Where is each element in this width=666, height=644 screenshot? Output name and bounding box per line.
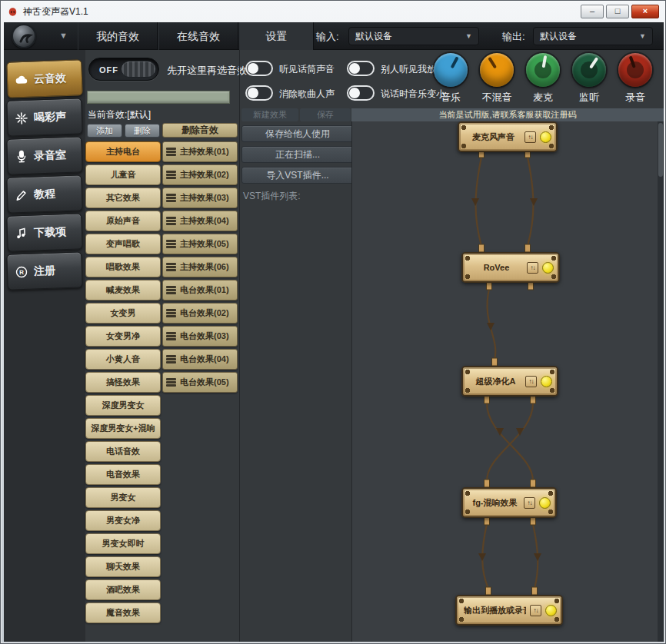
- node-list: 麦克风声音 ↑↓ RoVee ↑↓ 超级净化A ↑↓: [352, 121, 664, 642]
- minimize-button[interactable]: –: [581, 5, 604, 18]
- sidebar-item-cloud-effects[interactable]: 云音效: [6, 59, 83, 98]
- graph-node[interactable]: RoVee ↑↓: [461, 252, 560, 283]
- effect-item[interactable]: 主持效果(06): [162, 257, 238, 277]
- layers-icon: [166, 309, 177, 318]
- master-switch-state: OFF: [99, 65, 118, 75]
- vst-panel: 新建效果 保存 保存给他人使用 正在扫描... 导入VST插件... VST插件…: [239, 50, 351, 642]
- input-device-select[interactable]: 默认设备 ▼: [348, 27, 479, 45]
- graph-node[interactable]: 麦克风声音 ↑↓: [458, 121, 558, 152]
- output-device-select[interactable]: 默认设备 ▼: [533, 27, 653, 45]
- sidebar-item-recording-studio[interactable]: 录音室: [6, 136, 83, 174]
- effect-item[interactable]: 主持效果(02): [162, 164, 238, 185]
- graph-node[interactable]: fg-混响效果 ↑↓: [461, 487, 557, 518]
- preset-item[interactable]: 男变女: [85, 487, 161, 508]
- tab-my-effects[interactable]: 我的音效: [78, 22, 158, 50]
- effect-item[interactable]: 电台效果(01): [162, 280, 238, 300]
- effect-item[interactable]: 主持效果(01): [162, 141, 238, 162]
- sidebar-item-label: 下载项: [34, 225, 67, 240]
- layers-icon: [166, 171, 177, 180]
- node-label: fg-混响效果: [470, 497, 520, 509]
- close-button[interactable]: ×: [631, 5, 659, 18]
- effect-item[interactable]: 电台效果(03): [162, 326, 238, 347]
- master-switch-toggle[interactable]: OFF: [88, 58, 159, 81]
- node-label: 超级净化A: [470, 376, 521, 387]
- graph-node[interactable]: 超级净化A ↑↓: [461, 366, 558, 397]
- tab-settings[interactable]: 设置: [239, 22, 314, 50]
- swap-arrows-icon[interactable]: ↑↓: [530, 605, 541, 616]
- new-effect-button[interactable]: 新建效果: [241, 108, 298, 121]
- node-indicator-led: [541, 376, 552, 387]
- effect-item[interactable]: 电台效果(02): [162, 303, 238, 324]
- preset-item[interactable]: 唱歌效果: [85, 257, 161, 277]
- current-effect-label: 当前音效:[默认]: [88, 108, 151, 121]
- effect-item[interactable]: 电台效果(04): [162, 349, 238, 370]
- preset-item[interactable]: 魔音效果: [85, 603, 161, 623]
- node-indicator-led: [540, 131, 551, 143]
- effect-item[interactable]: 主持效果(05): [162, 234, 238, 254]
- knob-monitor: 监听: [568, 53, 611, 105]
- import-vst-button[interactable]: 导入VST插件...: [241, 167, 354, 184]
- preset-item[interactable]: 聊天效果: [85, 556, 161, 577]
- sidebar-item-downloads[interactable]: 下载项: [6, 213, 83, 251]
- preset-item[interactable]: 儿童音: [85, 164, 161, 185]
- effect-item[interactable]: 主持效果(04): [162, 211, 238, 231]
- preset-item[interactable]: 搞怪效果: [85, 372, 161, 393]
- sidebar-item-tutorial[interactable]: 教程: [6, 174, 83, 213]
- layers-icon: [166, 286, 177, 295]
- preset-item[interactable]: 女变男净: [85, 326, 161, 347]
- tab-online-effects[interactable]: 在线音效: [158, 22, 238, 50]
- add-preset-button[interactable]: 添加: [87, 124, 122, 138]
- graph-node[interactable]: 输出到播放或录音 ↑↓: [455, 595, 563, 626]
- swap-arrows-icon[interactable]: ↑↓: [525, 376, 537, 387]
- sidebar-item-label: 教程: [34, 187, 56, 201]
- save-button[interactable]: 保存: [300, 108, 351, 121]
- cloud-icon: [15, 72, 29, 87]
- save-for-others-button[interactable]: 保存给他人使用: [241, 125, 354, 142]
- preset-item[interactable]: 电音效果: [85, 464, 161, 485]
- delete-effect-header-button[interactable]: 删除音效: [162, 123, 238, 138]
- burst-icon: [15, 111, 29, 125]
- effect-item-label: 主持效果(03): [180, 192, 229, 204]
- preset-item[interactable]: 酒吧效果: [85, 579, 161, 600]
- knob-dial[interactable]: [434, 53, 468, 87]
- preset-item[interactable]: 主持电台: [85, 141, 161, 162]
- preset-item[interactable]: 男变女净: [85, 510, 161, 531]
- knob-dial[interactable]: [618, 53, 652, 87]
- preset-item[interactable]: 变声唱歌: [85, 234, 161, 254]
- effect-item-label: 主持效果(05): [180, 238, 229, 250]
- effect-item-label: 主持效果(04): [180, 215, 229, 227]
- sidebar-item-register[interactable]: R 注册: [6, 251, 83, 290]
- sidebar-item-label: 喝彩声: [34, 110, 67, 124]
- effect-item[interactable]: 主持效果(03): [162, 188, 238, 208]
- delete-preset-button[interactable]: 删除: [125, 124, 160, 138]
- maximize-button[interactable]: □: [606, 5, 629, 18]
- sidebar-item-cheers[interactable]: 喝彩声: [6, 98, 83, 136]
- effect-item[interactable]: 电台效果(05): [162, 372, 238, 393]
- scanning-button[interactable]: 正在扫描...: [241, 146, 354, 163]
- master-switch-knob: [121, 61, 156, 78]
- chevron-down-icon[interactable]: ▼: [59, 31, 68, 40]
- preset-item[interactable]: 电话音效: [85, 441, 161, 462]
- knob-dial[interactable]: [526, 53, 560, 87]
- preset-item[interactable]: 小黄人音: [85, 349, 161, 370]
- node-indicator-led: [542, 262, 554, 274]
- swap-arrows-icon[interactable]: ↑↓: [524, 497, 535, 509]
- preset-item[interactable]: 原始声音: [85, 211, 161, 231]
- knob-dial[interactable]: [572, 53, 606, 87]
- knob-dial[interactable]: [480, 53, 514, 87]
- swap-arrows-icon[interactable]: ↑↓: [527, 262, 538, 274]
- preset-item[interactable]: 女变男: [85, 303, 161, 324]
- preset-item[interactable]: 男变女即时: [85, 533, 161, 554]
- preset-item[interactable]: 深度男变女+混响: [85, 418, 161, 439]
- preset-item[interactable]: 其它效果: [85, 188, 161, 208]
- preset-list: 主持电台 儿童音 其它效果 原始声音 变声唱歌 唱歌效果 喊麦效果 女变男 女变…: [85, 141, 161, 623]
- preset-item[interactable]: 喊麦效果: [85, 280, 161, 300]
- titlebar: 神舌变声器V1.1 – □ ×: [1, 1, 665, 22]
- swap-arrows-icon[interactable]: ↑↓: [524, 131, 536, 143]
- node-graph-panel: 麦克风声音 ↑↓ RoVee ↑↓ 超级净化A ↑↓: [351, 121, 664, 642]
- graph-scrollbar-thumb[interactable]: [658, 123, 663, 177]
- layers-icon: [166, 240, 177, 249]
- preset-item[interactable]: 深度男变女: [85, 395, 161, 416]
- app-logo-button[interactable]: [12, 24, 36, 48]
- graph-scrollbar[interactable]: [658, 121, 664, 642]
